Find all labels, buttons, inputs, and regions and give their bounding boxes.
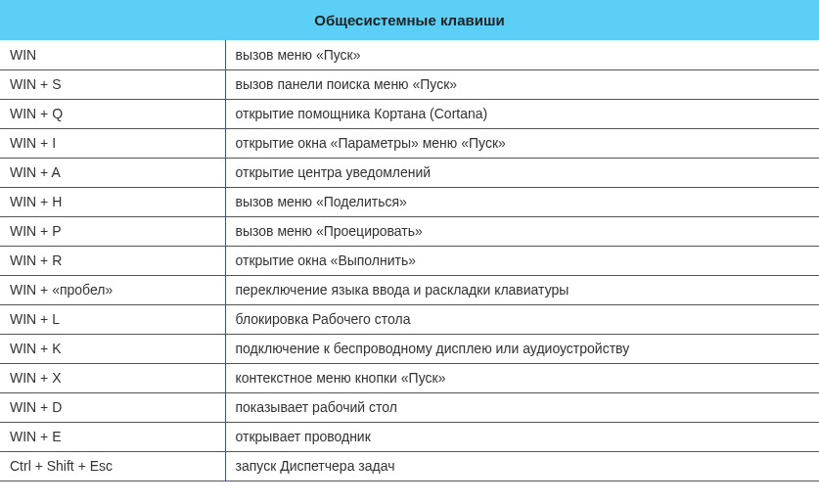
shortcut-key: WIN + R [0, 246, 225, 275]
table-row: WIN + Eоткрывает проводник [0, 422, 819, 451]
shortcut-key: WIN + Q [0, 99, 225, 128]
shortcut-key: WIN + D [0, 392, 225, 422]
shortcut-key: WIN + «пробел» [0, 275, 225, 304]
table-row: Ctrl + Shift + Escзапуск Диспетчера зада… [0, 451, 819, 481]
shortcut-key: Ctrl + Shift + Esc [0, 451, 225, 481]
table-row: WIN + Lблокировка Рабочего стола [0, 304, 819, 334]
shortcut-key: WIN + K [0, 334, 225, 363]
shortcut-description: показывает рабочий стол [225, 392, 819, 422]
shortcut-key: WIN + I [0, 128, 225, 158]
table-row: WIN + Aоткрытие центра уведомлений [0, 158, 819, 187]
table-row: WIN + Sвызов панели поиска меню «Пуск» [0, 69, 819, 99]
shortcut-description: открытие окна «Выполнить» [225, 246, 819, 275]
shortcut-key: WIN + X [0, 363, 225, 392]
table-row: WIN + Qоткрытие помощника Кортана (Corta… [0, 99, 819, 128]
shortcut-key: WIN [0, 40, 225, 69]
shortcut-description: вызов меню «Поделиться» [225, 187, 819, 216]
shortcut-description: вызов панели поиска меню «Пуск» [225, 69, 819, 99]
shortcut-description: открывает проводник [225, 422, 819, 451]
table-row: WIN + «пробел»переключение языка ввода и… [0, 275, 819, 304]
table-row: WINвызов меню «Пуск» [0, 40, 819, 69]
shortcuts-table: WINвызов меню «Пуск»WIN + Sвызов панели … [0, 40, 819, 481]
table-title: Общесистемные клавиши [0, 0, 819, 40]
shortcut-key: WIN + P [0, 216, 225, 246]
table-row: WIN + Xконтекстное меню кнопки «Пуск» [0, 363, 819, 392]
shortcut-key: WIN + L [0, 304, 225, 334]
shortcut-description: открытие окна «Параметры» меню «Пуск» [225, 128, 819, 158]
shortcut-description: вызов меню «Пуск» [225, 40, 819, 69]
shortcut-description: открытие помощника Кортана (Cortana) [225, 99, 819, 128]
shortcut-description: запуск Диспетчера задач [225, 451, 819, 481]
shortcut-description: вызов меню «Проецировать» [225, 216, 819, 246]
table-row: WIN + Pвызов меню «Проецировать» [0, 216, 819, 246]
shortcut-description: переключение языка ввода и раскладки кла… [225, 275, 819, 304]
table-row: WIN + Hвызов меню «Поделиться» [0, 187, 819, 216]
table-row: WIN + Iоткрытие окна «Параметры» меню «П… [0, 128, 819, 158]
table-row: WIN + Kподключение к беспроводному диспл… [0, 334, 819, 363]
table-row: WIN + Rоткрытие окна «Выполнить» [0, 246, 819, 275]
shortcut-description: контекстное меню кнопки «Пуск» [225, 363, 819, 392]
shortcut-description: подключение к беспроводному дисплею или … [225, 334, 819, 363]
shortcut-key: WIN + S [0, 69, 225, 99]
shortcut-description: открытие центра уведомлений [225, 158, 819, 187]
table-row: WIN + Dпоказывает рабочий стол [0, 392, 819, 422]
shortcut-key: WIN + E [0, 422, 225, 451]
shortcut-key: WIN + H [0, 187, 225, 216]
shortcut-key: WIN + A [0, 158, 225, 187]
shortcut-description: блокировка Рабочего стола [225, 304, 819, 334]
